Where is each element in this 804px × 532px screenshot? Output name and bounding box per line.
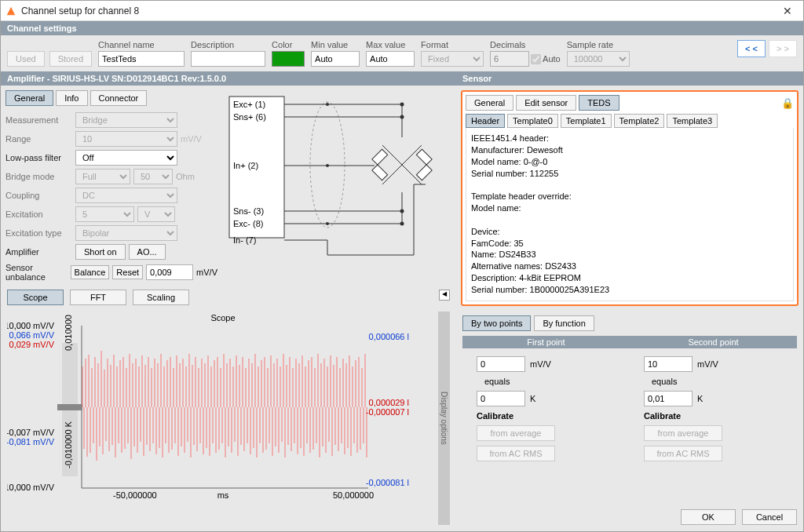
svg-text:0,010000 K: 0,010000 K	[64, 312, 73, 351]
auto-label: Auto	[543, 54, 561, 64]
description-input[interactable]	[191, 51, 265, 67]
svg-text:-0,007 mV/V: -0,007 mV/V	[7, 428, 55, 437]
svg-text:50,000000: 50,000000	[333, 490, 374, 500]
svg-rect-23	[372, 165, 388, 180]
sensor-tab-teds[interactable]: TEDS	[579, 95, 619, 111]
svg-text:-0,081 mV/V: -0,081 mV/V	[7, 437, 55, 446]
scaling-tab[interactable]: Scaling	[133, 290, 189, 305]
svg-text:Sns- (3): Sns- (3)	[233, 206, 264, 216]
svg-text:ms: ms	[217, 490, 229, 500]
calib-tab-twopoints[interactable]: By two points	[462, 315, 531, 331]
stored-button[interactable]: Stored	[49, 51, 92, 67]
svg-marker-0	[7, 6, 16, 15]
second-point-header: Second point	[630, 336, 797, 348]
teds-subtab-t2[interactable]: Template2	[614, 114, 665, 128]
reset-button[interactable]: Reset	[112, 265, 143, 279]
short-on-button[interactable]: Short on	[75, 244, 126, 260]
svg-text:0,000029 l: 0,000029 l	[369, 398, 409, 407]
channel-name-input[interactable]	[98, 51, 185, 67]
channel-settings-header: Channel settings	[1, 21, 803, 35]
min-value-input[interactable]	[311, 51, 360, 67]
calib-tab-function[interactable]: By function	[534, 315, 594, 331]
svg-point-31	[326, 103, 329, 106]
lock-icon[interactable]: 🔒	[781, 97, 794, 109]
sample-rate-label: Sample rate	[567, 40, 630, 49]
color-picker[interactable]	[272, 51, 305, 67]
close-icon[interactable]: ✕	[777, 3, 799, 19]
p2-from-rms-button[interactable]: from AC RMS	[644, 446, 722, 461]
range-select[interactable]: 10	[75, 131, 177, 147]
teds-subtab-t0[interactable]: Template0	[507, 114, 558, 128]
used-button[interactable]: Used	[7, 51, 45, 67]
cancel-button[interactable]: Cancel	[742, 509, 797, 525]
excitation-unit-select[interactable]: V	[137, 206, 175, 222]
channel-name-label: Channel name	[98, 40, 185, 49]
p2-input1[interactable]	[644, 356, 693, 372]
titlebar: Channel setup for channel 8 ✕	[1, 1, 803, 21]
scope-tab[interactable]: Scope	[7, 290, 64, 305]
svg-rect-24	[416, 165, 432, 180]
display-options-toggle[interactable]: Display options	[438, 312, 450, 525]
teds-subtab-t3[interactable]: Template3	[667, 114, 718, 128]
sensor-header: Sensor	[456, 71, 803, 86]
amp-tab-general[interactable]: General	[5, 90, 53, 106]
decimals-label: Decimals	[490, 40, 561, 49]
p2-from-avg-button[interactable]: from average	[644, 425, 722, 441]
bridge-diagram: Exc+ (1) Sns+ (6) In+ (2) Sns- (3) Exc- …	[225, 90, 437, 279]
description-label: Description	[191, 40, 265, 49]
format-select[interactable]: Fixed	[421, 51, 484, 67]
color-label: Color	[272, 40, 305, 49]
min-value-label: Min value	[311, 40, 360, 49]
measurement-select[interactable]: Bridge	[75, 112, 177, 128]
sample-rate-select[interactable]: 100000	[567, 51, 630, 67]
ao-button[interactable]: AO...	[129, 244, 166, 260]
svg-rect-51	[57, 404, 82, 410]
p1-input1[interactable]	[477, 356, 525, 372]
format-label: Format	[421, 40, 484, 49]
svg-text:Exc- (8): Exc- (8)	[233, 219, 264, 228]
excitation-select[interactable]: 5	[75, 206, 134, 222]
auto-checkbox[interactable]	[531, 54, 541, 64]
svg-rect-21	[372, 149, 388, 165]
bridge-mode-select[interactable]: Full	[75, 169, 130, 184]
teds-content: IEEE1451.4 header: Manufacturer: Dewesof…	[466, 128, 794, 301]
fft-tab[interactable]: FFT	[70, 290, 126, 305]
svg-text:-50,000000: -50,000000	[113, 490, 157, 500]
scope-chart[interactable]: Scope 10,000 mV/V 0,066 mV/V 0,029 mV/V …	[7, 312, 438, 525]
amp-tab-connector[interactable]: Connector	[90, 90, 148, 106]
prev-channel-button[interactable]: < <	[737, 40, 766, 57]
svg-text:In- (7): In- (7)	[233, 235, 256, 245]
sensor-tab-general[interactable]: General	[466, 95, 513, 111]
collapse-icon[interactable]: ◀	[439, 290, 450, 301]
excitation-type-select[interactable]: Bipolar	[75, 225, 177, 241]
amp-tab-info[interactable]: Info	[56, 90, 87, 106]
svg-text:0,066 mV/V: 0,066 mV/V	[9, 330, 55, 340]
teds-subtab-t1[interactable]: Template1	[561, 114, 612, 128]
first-point-header: First point	[462, 336, 630, 348]
decimals-input[interactable]	[490, 51, 529, 67]
svg-point-28	[400, 115, 404, 119]
svg-text:-0,000081 l: -0,000081 l	[366, 478, 409, 487]
p1-from-rms-button[interactable]: from AC RMS	[477, 446, 555, 461]
p1-input2[interactable]	[477, 391, 525, 406]
app-logo-icon	[5, 5, 16, 16]
p2-input2[interactable]	[644, 391, 693, 406]
ok-button[interactable]: OK	[681, 509, 736, 525]
svg-text:-0,010000 K: -0,010000 K	[64, 421, 73, 468]
svg-text:Scope: Scope	[210, 313, 235, 322]
max-value-input[interactable]	[366, 51, 415, 67]
next-channel-button[interactable]: > >	[769, 40, 797, 57]
balance-button[interactable]: Balance	[71, 265, 110, 279]
svg-point-27	[400, 103, 404, 107]
lpf-select[interactable]: Off	[75, 150, 177, 166]
svg-point-30	[400, 222, 404, 226]
unbalance-input[interactable]	[146, 264, 193, 280]
sensor-tab-edit[interactable]: Edit sensor	[516, 95, 576, 111]
svg-point-33	[326, 222, 329, 225]
bridge-res-select[interactable]: 50	[133, 169, 173, 184]
coupling-select[interactable]: DC	[75, 188, 177, 203]
p1-from-avg-button[interactable]: from average	[477, 425, 555, 441]
window-title: Channel setup for channel 8	[21, 5, 777, 16]
svg-text:0,000066 l: 0,000066 l	[369, 332, 409, 341]
teds-subtab-header[interactable]: Header	[466, 114, 505, 128]
